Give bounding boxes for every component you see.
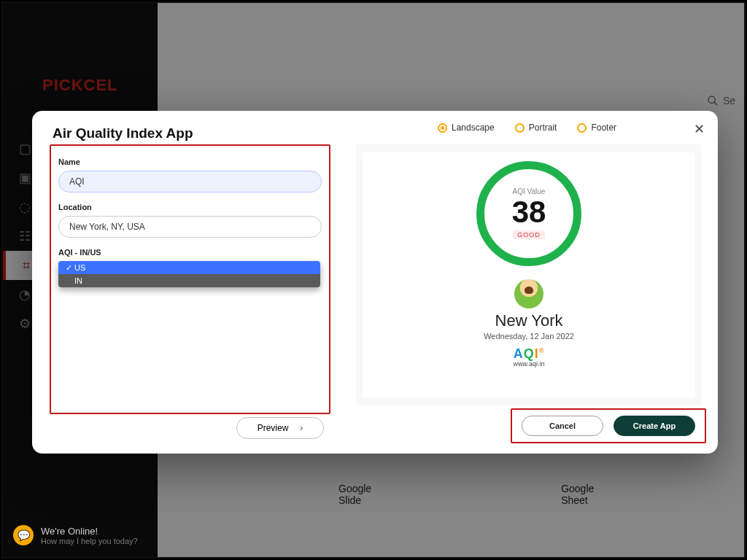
- preview-city: New York: [495, 311, 563, 330]
- orientation-landscape[interactable]: Landscape: [438, 122, 495, 133]
- orientation-selector: Landscape Portrait Footer: [438, 122, 616, 133]
- aqi-logo-a: A: [514, 346, 524, 361]
- aqi-gauge: AQI Value 38 GOOD: [476, 161, 581, 266]
- radio-on-icon: [438, 123, 447, 133]
- chevron-right-icon: ›: [300, 423, 303, 433]
- chat-widget[interactable]: 💬 We're Online! How may I help you today…: [13, 525, 138, 545]
- aqi-value: 38: [512, 197, 546, 228]
- orientation-portrait-label: Portrait: [529, 122, 557, 133]
- chat-icon: 💬: [13, 525, 34, 545]
- preview-panel: AQI Value 38 GOOD New York Wednesday, 12…: [356, 144, 702, 405]
- aqi-scale-dropdown[interactable]: US IN: [58, 261, 320, 287]
- modal-title: Air Quality Index App: [53, 125, 193, 141]
- orientation-portrait[interactable]: Portrait: [515, 122, 557, 133]
- aqi-site: www.aqi.in: [513, 360, 544, 368]
- cancel-button[interactable]: Cancel: [522, 416, 603, 436]
- orientation-footer-label: Footer: [591, 122, 616, 133]
- dropdown-option-us[interactable]: US: [58, 261, 320, 274]
- orientation-footer[interactable]: Footer: [577, 122, 616, 133]
- avatar-icon: [514, 279, 543, 308]
- preview-canvas: AQI Value 38 GOOD New York Wednesday, 12…: [363, 152, 694, 398]
- form-panel: Name Location AQI - IN/US US IN: [50, 144, 330, 414]
- name-label: Name: [58, 158, 322, 166]
- chat-line1: We're Online!: [41, 526, 138, 537]
- radio-off-icon: [577, 123, 587, 133]
- chat-line2: How may I help you today?: [41, 537, 138, 545]
- dropdown-option-in[interactable]: IN: [58, 274, 320, 287]
- radio-off-icon: [515, 123, 525, 133]
- location-input[interactable]: [58, 216, 322, 238]
- aqi-scale-label: AQI - IN/US: [58, 248, 322, 257]
- aqi-branding: AQI® www.aqi.in: [513, 346, 544, 368]
- action-buttons: Cancel Create App: [511, 408, 706, 443]
- aqi-modal: Air Quality Index App ✕ Landscape Portra…: [32, 111, 718, 454]
- create-app-button[interactable]: Create App: [614, 416, 695, 436]
- preview-date: Wednesday, 12 Jan 2022: [484, 332, 574, 341]
- preview-button[interactable]: Preview ›: [236, 417, 324, 439]
- chat-text: We're Online! How may I help you today?: [41, 526, 138, 545]
- name-input[interactable]: [58, 171, 322, 192]
- aqi-status-badge: GOOD: [513, 230, 545, 239]
- preview-button-label: Preview: [258, 423, 289, 433]
- close-icon[interactable]: ✕: [694, 121, 705, 137]
- location-label: Location: [58, 203, 322, 211]
- app-frame: PICKCEL ▢ ▣ ◌ ☷ ⌗ ◔ ⚙ Se Google Slide Go…: [0, 0, 747, 560]
- aqi-logo-q: Q: [524, 346, 535, 361]
- orientation-landscape-label: Landscape: [452, 122, 495, 133]
- aqi-logo: AQI®: [513, 346, 544, 362]
